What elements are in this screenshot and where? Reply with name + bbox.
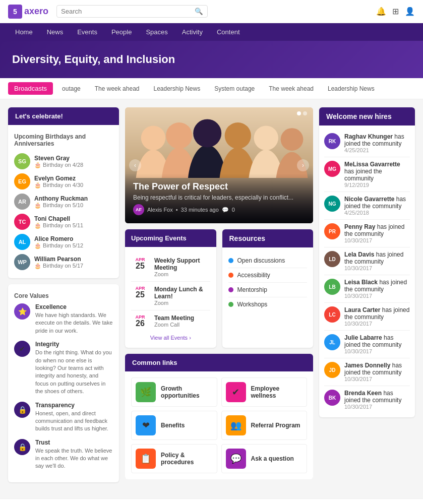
birthday-info: Toni Chapell 🎂 Birthday on 5/11 xyxy=(34,215,83,229)
hire-item[interactable]: LB Leisa Black has joined the community … xyxy=(324,275,410,303)
birthday-name: William Pearson xyxy=(34,256,83,263)
broadcast-item-2[interactable]: Leadership News xyxy=(148,83,205,94)
resource-dot xyxy=(228,287,233,292)
search-button[interactable]: 🔍 xyxy=(195,8,203,15)
broadcast-item-0[interactable]: outage xyxy=(57,83,86,94)
birthday-item[interactable]: TC Toni Chapell 🎂 Birthday on 5/11 xyxy=(14,212,113,232)
event-date: APR 26 xyxy=(131,314,149,328)
core-values-body: Core Values ⭐ Excellence We have high st… xyxy=(8,284,119,482)
nav-activity[interactable]: Activity xyxy=(175,23,210,41)
link-icon: ❤ xyxy=(136,415,156,435)
common-link-item[interactable]: 👥 Referral Program xyxy=(221,411,308,440)
birthday-item[interactable]: EG Evelyn Gomez 🎂 Birthday on 4/30 xyxy=(14,171,113,192)
resource-item[interactable]: Accessibility xyxy=(228,268,308,283)
birthday-info: Steven Gray 🎂 Birthday on 4/28 xyxy=(34,155,83,168)
broadcast-item-3[interactable]: System outage xyxy=(209,83,260,94)
core-value-title: Integrity xyxy=(35,341,113,348)
core-value-content: Trust We speak the truth. We believe in … xyxy=(35,439,113,470)
common-link-item[interactable]: ✔ Employee wellness xyxy=(221,377,308,407)
carousel-time: • xyxy=(176,207,178,213)
hire-info: Penny Ray has joined the community 10/30… xyxy=(344,223,410,243)
resource-item[interactable]: Open discussions xyxy=(228,254,308,268)
resource-dot xyxy=(228,302,233,307)
hire-item[interactable]: MG MeLissa Gavarrette has joined the com… xyxy=(324,157,410,192)
hire-name: Julie Labarre has joined the community xyxy=(344,334,410,348)
core-value-title: Trust xyxy=(35,439,113,446)
hire-avatar: LB xyxy=(324,279,340,295)
hire-item[interactable]: PR Penny Ray has joined the community 10… xyxy=(324,220,410,247)
hire-date: 10/30/2017 xyxy=(344,321,410,327)
resource-item[interactable]: Workshops xyxy=(228,297,308,311)
link-label: Referral Program xyxy=(251,422,300,429)
hire-item[interactable]: JD James Donnelly has joined the communi… xyxy=(324,358,410,386)
hire-avatar: BK xyxy=(324,390,340,406)
hire-date: 10/30/2017 xyxy=(344,265,410,271)
resource-item[interactable]: Mentorship xyxy=(228,283,308,297)
search-input[interactable] xyxy=(61,8,193,15)
hire-item[interactable]: RK Raghav Khunger has joined the communi… xyxy=(324,130,410,157)
nav-home[interactable]: Home xyxy=(8,23,40,41)
link-icon: 📋 xyxy=(136,449,156,469)
broadcast-item-5[interactable]: Leadership News xyxy=(323,83,380,94)
birthday-item[interactable]: SG Steven Gray 🎂 Birthday on 4/28 xyxy=(14,151,113,171)
hire-item[interactable]: LC Laura Carter has joined the community… xyxy=(324,303,410,331)
carousel-prev-button[interactable]: ‹ xyxy=(129,159,141,171)
svg-point-7 xyxy=(225,122,251,149)
event-item[interactable]: APR 26 Team Meeting Zoom Call xyxy=(131,310,210,332)
hire-item[interactable]: JL Julie Labarre has joined the communit… xyxy=(324,331,410,358)
event-location: Zoom Call xyxy=(154,322,194,328)
carousel-next-button[interactable]: › xyxy=(297,159,309,171)
birthday-info: William Pearson 🎂 Birthday on 5/17 xyxy=(34,256,83,269)
core-value-desc: We speak the truth. We believe in each o… xyxy=(35,447,113,470)
dot-2[interactable] xyxy=(303,111,307,115)
broadcast-item-1[interactable]: The week ahead xyxy=(90,83,145,94)
hire-date: 10/30/2017 xyxy=(344,404,410,410)
broadcast-item-4[interactable]: The week ahead xyxy=(264,83,319,94)
hire-avatar: LD xyxy=(324,251,340,267)
core-value-desc: Do the right thing. What do you do when … xyxy=(35,349,113,395)
resource-label: Open discussions xyxy=(237,257,285,264)
event-item[interactable]: APR 25 Weekly Support Meeting Zoom xyxy=(131,253,210,282)
birthday-date: 🎂 Birthday on 4/28 xyxy=(34,162,83,168)
birthday-item[interactable]: AR Anthony Ruckman 🎂 Birthday on 5/10 xyxy=(14,192,113,212)
svg-point-3 xyxy=(166,122,192,149)
event-name: Team Meeting xyxy=(154,314,194,322)
hire-avatar: RK xyxy=(324,133,340,149)
dot-1[interactable] xyxy=(297,111,301,115)
common-link-item[interactable]: ❤ Benefits xyxy=(131,411,217,440)
event-name: Weekly Support Meeting xyxy=(154,257,210,271)
common-link-item[interactable]: 💬 Ask a question xyxy=(221,444,308,473)
common-links-section: Common links 🌿 Growth opportunities ✔ Em… xyxy=(125,354,313,479)
birthday-item[interactable]: WP William Pearson 🎂 Birthday on 5/17 xyxy=(14,252,113,272)
link-icon: 💬 xyxy=(226,449,246,469)
carousel-time-ago: 33 minutes ago xyxy=(181,207,219,213)
notifications-icon[interactable]: 🔔 xyxy=(376,7,386,16)
nav-content[interactable]: Content xyxy=(210,23,247,41)
resource-dot xyxy=(228,273,233,278)
nav-news[interactable]: News xyxy=(40,23,71,41)
right-panel: Welcome new hires RK Raghav Khunger has … xyxy=(319,107,415,482)
view-all-events-link[interactable]: View all Events › xyxy=(131,332,210,342)
compose-icon[interactable]: ⊞ xyxy=(392,7,399,16)
hire-date: 4/25/2018 xyxy=(344,210,410,216)
welcome-hires-card: Welcome new hires RK Raghav Khunger has … xyxy=(319,107,415,417)
nav-events[interactable]: Events xyxy=(70,23,104,41)
hire-date: 10/30/2017 xyxy=(344,348,410,354)
center-panel: ‹ › The Power of Respect Being respectfu… xyxy=(125,107,313,482)
search-bar[interactable]: 🔍 xyxy=(56,5,208,18)
broadcasts-button[interactable]: Broadcasts xyxy=(8,82,53,95)
events-body: APR 25 Weekly Support Meeting Zoom APR 2… xyxy=(125,247,216,348)
user-avatar-icon[interactable]: 👤 xyxy=(405,7,415,16)
common-link-item[interactable]: 📋 Policy & procedures xyxy=(131,444,217,473)
nav-spaces[interactable]: Spaces xyxy=(139,23,174,41)
svg-point-1 xyxy=(141,125,165,150)
hire-item[interactable]: NG Nicole Gavarrette has joined the comm… xyxy=(324,192,410,220)
nav-people[interactable]: People xyxy=(104,23,139,41)
hire-date: 10/30/2017 xyxy=(344,293,410,299)
carousel-illustration xyxy=(125,107,313,178)
hire-item[interactable]: BK Brenda Keen has joined the community … xyxy=(324,386,410,413)
common-link-item[interactable]: 🌿 Growth opportunities xyxy=(131,377,217,407)
birthday-item[interactable]: AL Alice Romero 🎂 Birthday on 5/12 xyxy=(14,232,113,252)
hire-item[interactable]: LD Lela Davis has joined the community 1… xyxy=(324,247,410,275)
event-item[interactable]: APR 25 Monday Lunch & Learn! Zoom xyxy=(131,282,210,310)
